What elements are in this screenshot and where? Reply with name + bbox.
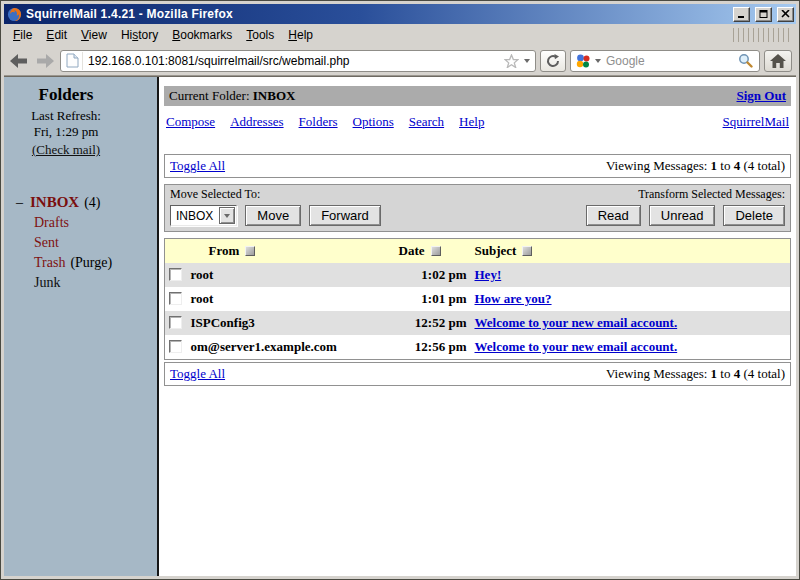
msg-from: root	[187, 263, 395, 287]
msg-subject-link[interactable]: Welcome to your new email account.	[475, 315, 678, 330]
toggle-all-link-top[interactable]: Toggle All	[170, 158, 225, 174]
webmail-nav: Compose Addresses Folders Options Search…	[166, 114, 789, 130]
sort-date-icon[interactable]	[431, 246, 441, 256]
squirrelmail-brand-link[interactable]: SquirrelMail	[723, 114, 789, 130]
back-button[interactable]	[8, 50, 30, 72]
search-go-icon[interactable]	[738, 53, 753, 68]
toolbar-grip	[733, 28, 791, 42]
nav-help[interactable]: Help	[459, 114, 484, 130]
msg-subject-link[interactable]: Hey!	[475, 267, 502, 282]
viewing-messages-bottom: Viewing Messages: 1 to 4 (4 total)	[606, 366, 785, 382]
menu-history[interactable]: History	[114, 25, 165, 45]
browser-window: SquirrelMail 1.4.21 - Mozilla Firefox Fi…	[0, 0, 800, 580]
move-button[interactable]: Move	[245, 205, 301, 226]
toggle-all-link-bottom[interactable]: Toggle All	[170, 366, 225, 382]
col-subject: Subject	[475, 243, 517, 258]
col-date: Date	[399, 243, 425, 258]
pager-top: Toggle All Viewing Messages: 1 to 4 (4 t…	[164, 154, 791, 178]
folder-item-sent: Sent	[10, 233, 153, 253]
url-text[interactable]: 192.168.0.101:8081/squirrelmail/src/webm…	[88, 54, 499, 68]
msg-from: ISPConfig3	[187, 311, 395, 335]
msg-date: 1:01 pm	[395, 287, 471, 311]
viewing-messages-top: Viewing Messages: 1 to 4 (4 total)	[606, 158, 785, 174]
pager-bottom: Toggle All Viewing Messages: 1 to 4 (4 t…	[164, 362, 791, 386]
delete-button[interactable]: Delete	[723, 205, 785, 226]
col-from: From	[209, 243, 240, 258]
current-folder-name: INBOX	[253, 88, 296, 103]
msg-date: 12:56 pm	[395, 335, 471, 359]
folder-link-inbox[interactable]: INBOX	[30, 194, 79, 210]
current-folder-bar: Current Folder: INBOX Sign Out	[164, 86, 791, 106]
nav-options[interactable]: Options	[353, 114, 394, 130]
msg-from: root	[187, 287, 395, 311]
folder-item-inbox: –INBOX(4)	[10, 192, 153, 213]
menu-help[interactable]: Help	[281, 25, 320, 45]
minimize-button[interactable]	[733, 7, 750, 22]
unread-button[interactable]: Unread	[649, 205, 716, 226]
page-icon	[63, 52, 83, 70]
search-engine-dropdown-icon[interactable]	[595, 59, 601, 63]
window-title: SquirrelMail 1.4.21 - Mozilla Firefox	[26, 7, 728, 21]
menu-edit[interactable]: Edit	[39, 25, 74, 45]
message-row: om@server1.example.com 12:56 pm Welcome …	[165, 335, 791, 359]
bookmark-star-icon[interactable]	[504, 54, 519, 68]
msg-subject-link[interactable]: How are you?	[475, 291, 552, 306]
search-placeholder: Google	[606, 54, 733, 68]
navigation-toolbar: 192.168.0.101:8081/squirrelmail/src/webm…	[4, 46, 796, 76]
msg-date: 1:02 pm	[395, 263, 471, 287]
folder-item-drafts: Drafts	[10, 213, 153, 233]
select-dropdown-icon[interactable]	[219, 207, 235, 224]
folder-link-trash[interactable]: Trash	[34, 255, 65, 270]
purge-link[interactable]: (Purge)	[70, 255, 112, 270]
read-button[interactable]: Read	[586, 205, 641, 226]
message-list-area: Current Folder: INBOX Sign Out Compose A…	[159, 77, 796, 576]
firefox-icon	[7, 7, 22, 22]
move-to-select[interactable]: INBOX	[170, 205, 237, 226]
folder-link-junk[interactable]: Junk	[34, 275, 60, 290]
search-input[interactable]: Google	[570, 50, 760, 72]
sign-out-link[interactable]: Sign Out	[737, 88, 787, 104]
nav-compose[interactable]: Compose	[166, 114, 215, 130]
last-refresh-label: Last Refresh:	[10, 108, 122, 124]
menu-view[interactable]: View	[74, 25, 114, 45]
nav-folders[interactable]: Folders	[299, 114, 338, 130]
menu-file[interactable]: File	[6, 25, 39, 45]
transform-label: Transform Selected Messages:	[638, 187, 785, 202]
message-table: From Date Subject root 1:02 pm Hey! root…	[164, 238, 791, 360]
message-actions-bar: Move Selected To: INBOX Move Forward Tra…	[164, 184, 791, 232]
close-icon[interactable]	[777, 7, 794, 22]
folder-list: –INBOX(4) Drafts Sent Trash(Purge) Junk	[10, 192, 153, 293]
check-mail-link[interactable]: (Check mail)	[32, 142, 100, 157]
folder-item-junk: Junk	[10, 273, 153, 293]
folder-link-sent[interactable]: Sent	[34, 235, 59, 250]
last-refresh-time: Fri, 1:29 pm	[10, 124, 122, 140]
folder-link-drafts[interactable]: Drafts	[34, 215, 69, 230]
nav-addresses[interactable]: Addresses	[230, 114, 283, 130]
url-dropdown-icon[interactable]	[524, 59, 530, 63]
message-row: ISPConfig3 12:52 pm Welcome to your new …	[165, 311, 791, 335]
search-engine-icon[interactable]	[576, 54, 590, 68]
msg-from: om@server1.example.com	[187, 335, 395, 359]
row-checkbox[interactable]	[169, 316, 182, 329]
page-viewport: Folders Last Refresh: Fri, 1:29 pm (Chec…	[4, 76, 796, 576]
collapse-dash-icon: –	[16, 195, 23, 210]
sort-from-icon[interactable]	[245, 246, 255, 256]
reload-button[interactable]	[540, 50, 566, 72]
forward-button[interactable]	[34, 50, 56, 72]
forward-button-mail[interactable]: Forward	[309, 205, 381, 226]
url-bar[interactable]: 192.168.0.101:8081/squirrelmail/src/webm…	[60, 50, 536, 72]
row-checkbox[interactable]	[169, 268, 182, 281]
sort-subject-icon[interactable]	[522, 246, 532, 256]
move-selected-label: Move Selected To:	[170, 187, 381, 202]
menu-bookmarks[interactable]: Bookmarks	[165, 25, 239, 45]
title-bar: SquirrelMail 1.4.21 - Mozilla Firefox	[4, 4, 796, 24]
nav-search[interactable]: Search	[409, 114, 444, 130]
home-button[interactable]	[764, 50, 792, 72]
menu-tools[interactable]: Tools	[239, 25, 281, 45]
folders-title: Folders	[10, 85, 122, 105]
row-checkbox[interactable]	[169, 340, 182, 353]
maximize-button[interactable]	[755, 7, 772, 22]
row-checkbox[interactable]	[169, 292, 182, 305]
message-table-header: From Date Subject	[165, 239, 791, 264]
msg-subject-link[interactable]: Welcome to your new email account.	[475, 339, 678, 354]
